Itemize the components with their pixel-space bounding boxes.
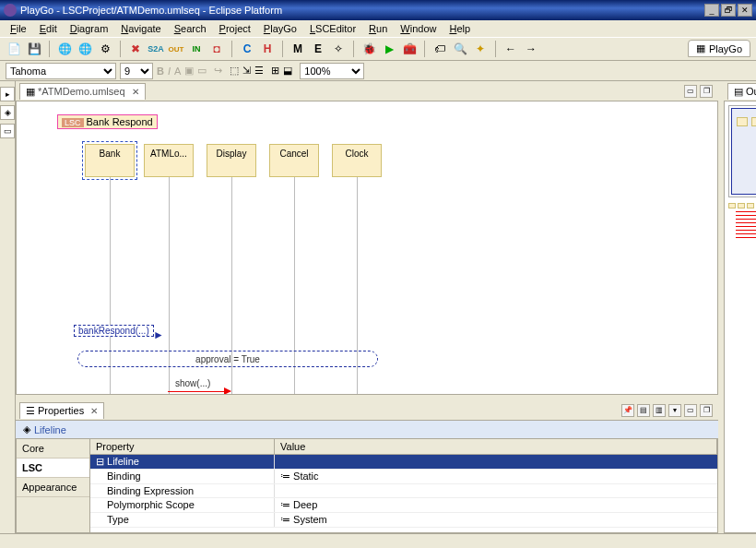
star-icon[interactable]: ✦ — [472, 41, 489, 57]
perspective-switcher[interactable]: ▦ PlayGo — [688, 40, 750, 57]
outline-body[interactable] — [724, 101, 756, 533]
status-bar — [0, 533, 756, 548]
diagram-canvas-scroll[interactable]: LSCBank RespondBankATMLo...DisplayCancel… — [16, 101, 718, 395]
menu-search[interactable]: Search — [168, 22, 213, 35]
globe-green-icon[interactable]: 🌐 — [56, 41, 73, 57]
font-size-select[interactable]: 9 — [120, 63, 153, 79]
tag-icon[interactable]: 🏷 — [431, 41, 448, 57]
save-icon[interactable]: 💾 — [26, 41, 42, 57]
line-color-icon[interactable]: ▭ — [197, 65, 207, 77]
zoom-select[interactable]: 100% — [300, 63, 364, 79]
diagram-canvas[interactable]: LSCBank RespondBankATMLo...DisplayCancel… — [17, 101, 717, 395]
property-row[interactable]: Polymorphic Scope≔ Deep — [90, 498, 717, 513]
message-arrow[interactable] — [168, 391, 230, 392]
categories-icon[interactable]: ▤ — [637, 404, 650, 417]
condition-box[interactable]: approval = True — [77, 351, 378, 367]
property-row[interactable]: Binding Expression — [90, 484, 717, 498]
lifeline-clock[interactable]: Clock — [332, 144, 382, 177]
menu-navigate[interactable]: Navigate — [114, 22, 167, 35]
menu-help[interactable]: Help — [443, 22, 477, 35]
menu-icon[interactable]: ▾ — [668, 404, 681, 417]
new-icon[interactable]: 📄 — [6, 41, 22, 57]
fastview-icon[interactable]: ▸ — [0, 87, 15, 101]
self-message[interactable]: bankRespond(...) — [74, 325, 154, 337]
close-tab-icon[interactable]: ✕ — [132, 87, 139, 97]
window-title: PlayGo - LSCProject/ATMDemo.umlseq - Ecl… — [20, 5, 704, 16]
bold-icon[interactable]: B — [157, 66, 164, 77]
menu-window[interactable]: Window — [394, 22, 443, 35]
prop-category-lsc[interactable]: LSC — [17, 459, 89, 478]
s2a-icon[interactable]: S2A — [148, 41, 164, 57]
menu-edit[interactable]: Edit — [33, 22, 64, 35]
properties-tab[interactable]: ☰ Properties ✕ — [19, 402, 104, 419]
fill-color-icon[interactable]: ▣ — [184, 65, 194, 77]
minimize-view-icon[interactable]: ▭ — [684, 404, 697, 417]
distribute-icon[interactable]: ⬓ — [283, 65, 292, 77]
menu-diagram[interactable]: Diagram — [64, 22, 115, 35]
menu-playgo[interactable]: PlayGo — [257, 22, 303, 35]
restore-button[interactable]: 🗗 — [721, 4, 736, 17]
run-icon[interactable]: ▶ — [381, 41, 397, 57]
property-row[interactable]: Type≔ System — [90, 513, 717, 528]
outline-overview[interactable] — [728, 105, 756, 197]
back-icon[interactable]: ← — [502, 41, 519, 57]
lifeline-display[interactable]: Display — [207, 144, 256, 177]
minimize-button[interactable]: _ — [704, 4, 719, 17]
lsc-title[interactable]: LSCBank Respond — [57, 114, 158, 129]
lifeline-icon: ◈ — [23, 423, 30, 435]
delete-icon[interactable]: ✖ — [127, 41, 144, 57]
gear-icon[interactable]: ⚙ — [97, 41, 113, 57]
in-icon[interactable]: IN — [188, 41, 205, 57]
message-label[interactable]: show(...) — [175, 378, 210, 388]
lifeline-bank[interactable]: Bank — [85, 144, 135, 177]
close-button[interactable]: ✕ — [738, 4, 752, 17]
wand-icon[interactable]: ✧ — [330, 41, 347, 57]
eclipse-icon — [4, 4, 17, 17]
out-icon[interactable]: OUT — [168, 41, 184, 57]
menu-project[interactable]: Project — [213, 22, 257, 35]
pin-icon[interactable]: 📌 — [621, 404, 634, 417]
h-icon[interactable]: H — [259, 41, 276, 57]
lifeline-cancel[interactable]: Cancel — [269, 144, 319, 177]
properties-header: ◈ Lifeline — [16, 421, 718, 439]
arrange-icon[interactable]: ⇲ — [242, 65, 251, 77]
e-icon[interactable]: E — [310, 41, 326, 57]
prop-category-appearance[interactable]: Appearance — [17, 478, 89, 497]
layout-icon[interactable]: ⊞ — [271, 65, 279, 77]
properties-tab-label: Properties — [38, 405, 84, 416]
font-color-icon[interactable]: A — [174, 66, 181, 77]
router-icon[interactable]: ↪ — [214, 65, 222, 77]
minimize-view-icon[interactable]: ▭ — [684, 85, 697, 98]
stop-icon[interactable]: ◘ — [208, 41, 225, 57]
debug-icon[interactable]: 🐞 — [360, 41, 377, 57]
align-icon[interactable]: ☰ — [254, 65, 264, 77]
forward-icon[interactable]: → — [523, 41, 539, 57]
select-icon[interactable]: ⬚ — [230, 65, 239, 77]
ext-tool-icon[interactable]: 🧰 — [401, 41, 418, 57]
maximize-view-icon[interactable]: ❐ — [700, 404, 713, 417]
italic-icon[interactable]: I — [168, 66, 171, 77]
property-row[interactable]: ⊟ Lifeline — [90, 455, 717, 470]
search-icon[interactable]: 🔍 — [452, 41, 468, 57]
editor-tabbar: ▦ *ATMDemo.umlseq ✕ ▭ ❐ — [16, 81, 718, 101]
filter-icon[interactable]: ▥ — [653, 404, 666, 417]
col-header-property[interactable]: Property — [90, 439, 275, 454]
menu-file[interactable]: File — [4, 22, 33, 35]
outline-tab[interactable]: ▤ Outline ✕ — [727, 83, 756, 100]
m-icon[interactable]: M — [289, 41, 306, 57]
diagram-file-icon: ▦ — [26, 86, 35, 98]
menu-run[interactable]: Run — [362, 22, 394, 35]
prop-category-core[interactable]: Core — [17, 439, 89, 459]
lifeline-atm[interactable]: ATMLo... — [144, 144, 194, 177]
col-header-value[interactable]: Value — [275, 439, 717, 454]
globe-red-icon[interactable]: 🌐 — [77, 41, 93, 57]
maximize-view-icon[interactable]: ❐ — [700, 85, 713, 98]
fastview-icon[interactable]: ▭ — [0, 124, 15, 138]
c-icon[interactable]: C — [239, 41, 255, 57]
menu-lsceditor[interactable]: LSCEditor — [303, 22, 362, 35]
font-family-select[interactable]: Tahoma — [6, 63, 116, 79]
close-tab-icon[interactable]: ✕ — [90, 406, 98, 416]
fastview-icon[interactable]: ◈ — [0, 105, 15, 120]
property-row[interactable]: Binding≔ Static — [90, 470, 717, 484]
editor-tab[interactable]: ▦ *ATMDemo.umlseq ✕ — [19, 83, 146, 100]
